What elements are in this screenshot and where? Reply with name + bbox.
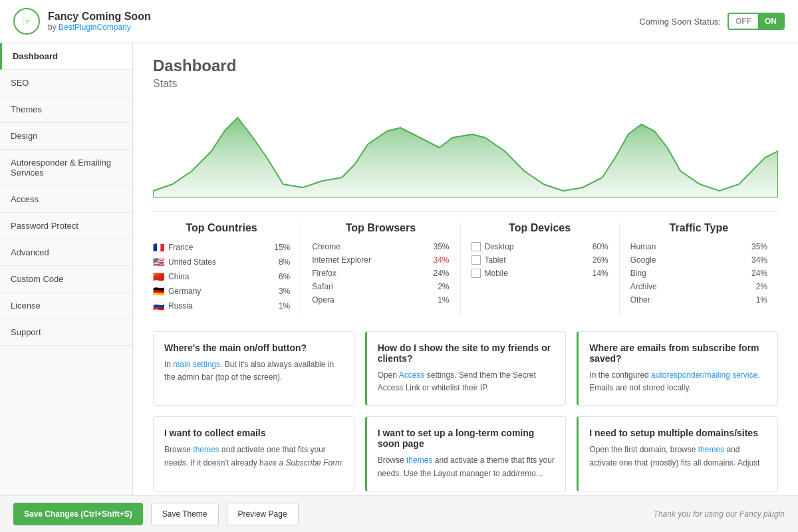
card-text: In main settings. But it's also always a… (164, 358, 343, 384)
preview-page-button[interactable]: Preview Page (227, 503, 299, 525)
content-area: Dashboard Stats Top Countries 🇫🇷 Fran (133, 43, 798, 495)
app-title-block: Fancy Coming Soon by BestPluginCompany (48, 11, 151, 32)
stat-row: Archive 2% (630, 282, 767, 291)
footer: Save Changes (Ctrl+Shift+S) Save Theme P… (0, 495, 798, 532)
sidebar-item-password-protect[interactable]: Password Protect (0, 213, 132, 239)
stat-row: 🇨🇳 China 6% (153, 271, 290, 282)
chart-svg (153, 98, 778, 198)
sidebar-item-design[interactable]: Design (0, 123, 132, 150)
card-title: I need to setup multiple domains/sites (589, 428, 767, 438)
sidebar-item-license[interactable]: License (0, 293, 132, 319)
sidebar-item-seo[interactable]: SEO (0, 70, 132, 96)
sidebar-item-themes[interactable]: Themes (0, 96, 132, 123)
info-cards-grid: Where's the main on/off button? In main … (153, 331, 778, 491)
stat-row: Bing 24% (630, 269, 767, 278)
themes-link-card4[interactable]: themes (193, 445, 219, 454)
stat-row: Tablet 26% (471, 255, 608, 265)
stats-row: Top Countries 🇫🇷 France 15% 🇺🇸 United St… (153, 211, 778, 315)
info-card-3: Where are emails from subscribe form sav… (577, 331, 778, 406)
app-name: Fancy Coming Soon (48, 11, 151, 23)
header-left: ☞ Fancy Coming Soon by BestPluginCompany (13, 8, 151, 35)
card-text: Browse themes and activate a theme that … (378, 454, 555, 479)
themes-link-card5[interactable]: themes (406, 456, 432, 465)
app-header: ☞ Fancy Coming Soon by BestPluginCompany… (0, 0, 798, 43)
sidebar: Dashboard SEO Themes Design Autoresponde… (0, 43, 133, 495)
info-card-1: Where's the main on/off button? In main … (153, 331, 354, 406)
stat-row: Opera 1% (312, 295, 449, 305)
app-subtitle: by BestPluginCompany (48, 23, 151, 32)
stat-row: Desktop 60% (471, 242, 608, 251)
stat-row: 🇫🇷 France 15% (153, 242, 290, 253)
toggle-off-btn[interactable]: OFF (729, 14, 758, 29)
sidebar-item-support[interactable]: Support (0, 319, 132, 346)
stat-row: Safari 2% (312, 282, 449, 291)
tablet-icon (471, 255, 481, 265)
stat-row: Mobile 14% (471, 269, 608, 278)
stat-row: Google 34% (630, 255, 767, 265)
card-text: Browse themes and activate one that fits… (164, 444, 343, 469)
mobile-icon (471, 269, 481, 278)
status-toggle[interactable]: OFF ON (728, 13, 785, 30)
stat-row: 🇷🇺 Russia 1% (153, 301, 290, 311)
themes-link-card6[interactable]: themes (698, 445, 724, 454)
autoresponder-link[interactable]: autoresponder/mailing service (651, 370, 757, 380)
traffic-type-title: Traffic Type (630, 222, 767, 234)
save-changes-button[interactable]: Save Changes (Ctrl+Shift+S) (13, 503, 143, 525)
stat-row: Chrome 35% (312, 242, 449, 251)
stat-row: 🇩🇪 Germany 3% (153, 286, 290, 297)
author-link[interactable]: BestPluginCompany (59, 23, 131, 32)
card-title: How do I show the site to my friends or … (378, 342, 555, 364)
sidebar-item-custom-code[interactable]: Custom Code (0, 266, 132, 293)
card-title: I want to set up a long-term coming soon… (378, 428, 555, 449)
stats-section-title: Stats (153, 78, 778, 90)
stat-row: Human 35% (630, 242, 767, 251)
stat-row: Firefox 24% (312, 269, 449, 278)
card-text: Open Access settings. Send them the Secr… (378, 369, 555, 394)
sidebar-item-autoresponder[interactable]: Autoresponder & Emailing Services (0, 150, 132, 186)
stat-row: Internet Explorer 34% (312, 255, 449, 265)
top-devices-title: Top Devices (471, 222, 608, 234)
main-settings-link[interactable]: main settings (173, 360, 220, 369)
sidebar-item-access[interactable]: Access (0, 186, 132, 213)
app-logo: ☞ (13, 8, 40, 35)
card-title: I want to collect emails (164, 428, 343, 438)
top-devices-col: Top Devices Desktop 60% Tablet 26% Mobil… (461, 222, 620, 315)
top-browsers-col: Top Browsers Chrome 35% Internet Explore… (301, 222, 460, 315)
stat-row: 🇺🇸 United States 8% (153, 257, 290, 267)
top-countries-title: Top Countries (153, 222, 290, 234)
desktop-icon (471, 242, 481, 251)
coming-soon-status-label: Coming Soon Status: (639, 17, 721, 27)
info-card-2: How do I show the site to my friends or … (365, 331, 567, 406)
card-title: Where's the main on/off button? (164, 342, 343, 353)
access-settings-link[interactable]: Access (399, 370, 425, 380)
page-title: Dashboard (153, 57, 778, 75)
top-countries-col: Top Countries 🇫🇷 France 15% 🇺🇸 United St… (153, 222, 301, 315)
main-layout: Dashboard SEO Themes Design Autoresponde… (0, 43, 798, 495)
traffic-type-col: Traffic Type Human 35% Google 34% Bing 2… (620, 222, 778, 315)
top-browsers-title: Top Browsers (312, 222, 449, 234)
card-text: In the configured autoresponder/mailing … (589, 369, 767, 394)
card-title: Where are emails from subscribe form sav… (589, 342, 767, 364)
card-text: Open the first domain, browse themes and… (589, 444, 767, 469)
sidebar-item-advanced[interactable]: Advanced (0, 239, 132, 266)
header-right: Coming Soon Status: OFF ON (639, 13, 785, 30)
sidebar-item-dashboard[interactable]: Dashboard (0, 43, 132, 70)
toggle-on-btn[interactable]: ON (758, 14, 783, 29)
save-theme-button[interactable]: Save Theme (151, 503, 219, 525)
footer-left: Save Changes (Ctrl+Shift+S) Save Theme P… (13, 503, 299, 525)
stats-chart (153, 98, 778, 198)
info-card-5: I want to set up a long-term coming soon… (365, 416, 567, 491)
stat-row: Other 1% (630, 295, 767, 305)
footer-thank-you: Thank you for using our Fancy plugin (654, 509, 785, 519)
info-card-4: I want to collect emails Browse themes a… (153, 416, 354, 491)
info-card-6: I need to setup multiple domains/sites O… (577, 416, 778, 491)
